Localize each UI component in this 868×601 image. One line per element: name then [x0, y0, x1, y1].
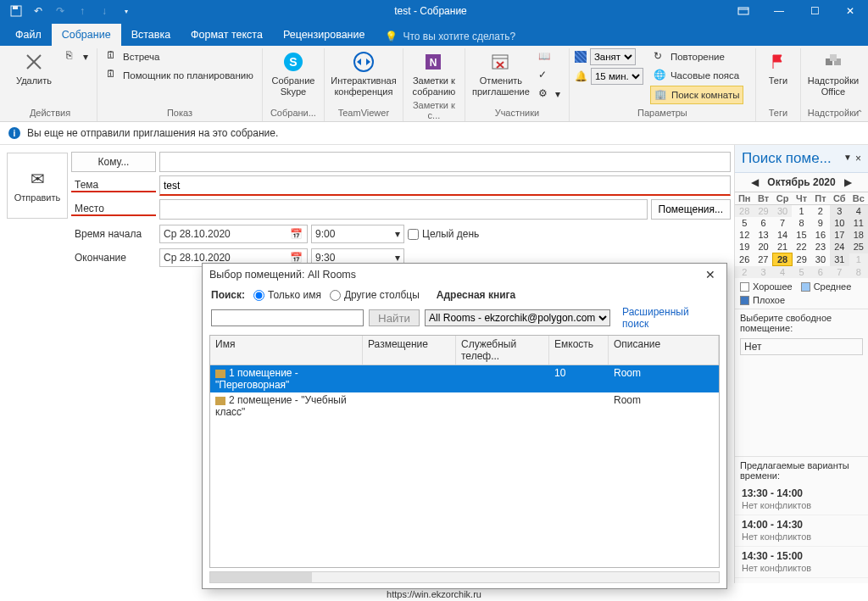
calendar-day[interactable]: 6: [811, 266, 830, 279]
col-capacity[interactable]: Емкость: [549, 336, 609, 364]
search-input[interactable]: [211, 309, 364, 326]
calendar-day[interactable]: 1: [849, 253, 868, 266]
send-button[interactable]: ✉ Отправить: [7, 153, 68, 219]
teamviewer-button[interactable]: Интерактивная конференция: [330, 48, 398, 98]
to-field[interactable]: [159, 152, 731, 172]
show-as-select[interactable]: Занят: [575, 48, 643, 65]
calendar-day[interactable]: 1: [792, 205, 810, 218]
calendar-picker-icon[interactable]: 📅: [288, 228, 303, 240]
actions-dropdown[interactable]: ⎘▾: [63, 48, 92, 65]
calendar-day[interactable]: 7: [773, 217, 792, 229]
down-icon[interactable]: ↓: [95, 2, 114, 20]
addins-button[interactable]: Надстройки Office: [806, 48, 860, 98]
calendar-day[interactable]: 13: [754, 229, 772, 241]
ribbon-opts-icon[interactable]: [726, 0, 761, 22]
calendar-day[interactable]: 24: [830, 241, 849, 253]
calendar-day[interactable]: 7: [830, 266, 849, 279]
horizontal-scrollbar[interactable]: [209, 571, 720, 583]
calendar-day[interactable]: 12: [735, 229, 754, 241]
redo-icon[interactable]: ↷: [51, 2, 70, 20]
undo-icon[interactable]: ↶: [29, 2, 47, 20]
minimize-icon[interactable]: —: [761, 0, 797, 22]
calendar-day[interactable]: 17: [830, 229, 849, 241]
calendar-day[interactable]: 9: [811, 217, 830, 229]
check-names-button[interactable]: ✓: [535, 67, 564, 84]
calendar-day[interactable]: 26: [735, 253, 754, 266]
calendar-day[interactable]: 19: [735, 241, 754, 253]
table-row[interactable]: 1 помещение - "Переговорная"10Room: [210, 365, 719, 392]
other-cols-radio[interactable]: Другие столбцы: [330, 289, 420, 301]
calendar-day[interactable]: 6: [754, 217, 772, 229]
to-button[interactable]: Кому...: [71, 152, 156, 172]
col-description[interactable]: Описание: [609, 336, 719, 364]
name-only-input[interactable]: [253, 290, 264, 301]
addressbook-button[interactable]: 📖: [535, 48, 564, 65]
allday-checkbox[interactable]: Целый день: [408, 228, 731, 240]
prev-month-icon[interactable]: ◀: [751, 176, 759, 188]
skype-button[interactable]: S Собрание Skype: [268, 48, 319, 98]
calendar-day[interactable]: 2: [735, 266, 754, 279]
table-row[interactable]: 2 помещение - "Учебный класс"Room: [210, 392, 719, 420]
calendar-day[interactable]: 22: [792, 241, 810, 253]
start-date-picker[interactable]: Ср 28.10.2020📅: [159, 225, 308, 243]
calendar-day[interactable]: 15: [792, 229, 810, 241]
calendar-day[interactable]: 27: [754, 253, 772, 266]
timezones-button[interactable]: 🌐Часовые пояса: [650, 67, 744, 84]
location-field[interactable]: [159, 199, 648, 220]
chevron-down-icon[interactable]: ▾: [395, 252, 400, 264]
tell-me-search[interactable]: 💡 Что вы хотите сделать?: [385, 31, 515, 46]
addressbook-select[interactable]: All Rooms - ekzorchik@polygon.com: [425, 309, 610, 326]
tab-insert[interactable]: Вставка: [121, 24, 181, 46]
start-time-picker[interactable]: 9:00▾: [311, 225, 404, 243]
roomfinder-button[interactable]: 🏢Поиск комнаты: [650, 86, 744, 104]
calendar-day[interactable]: 30: [811, 253, 830, 266]
recurrence-button[interactable]: ↻Повторение: [650, 48, 744, 65]
calendar-day[interactable]: 5: [735, 217, 754, 229]
find-button[interactable]: Найти: [369, 309, 420, 326]
subject-field[interactable]: [159, 175, 731, 196]
room-list[interactable]: Нет: [740, 338, 863, 355]
delete-button[interactable]: Удалить: [8, 48, 59, 88]
col-phone[interactable]: Служебный телеф...: [456, 336, 549, 364]
advanced-search-link[interactable]: Расширенный поиск: [622, 306, 718, 330]
calendar-picker-icon[interactable]: 📅: [288, 252, 303, 264]
calendar-day[interactable]: 29: [792, 253, 810, 266]
maximize-icon[interactable]: ☐: [797, 0, 832, 22]
calendar-day[interactable]: 21: [773, 241, 792, 253]
time-suggestion[interactable]: 14:30 - 15:00Нет конфликтов: [735, 547, 868, 578]
rooms-button[interactable]: Помещения...: [651, 199, 731, 220]
calendar-day[interactable]: 10: [830, 217, 849, 229]
chevron-down-icon[interactable]: ▾: [395, 228, 400, 240]
col-location[interactable]: Размещение: [363, 336, 456, 364]
calendar-day[interactable]: 5: [792, 266, 810, 279]
cancel-invite-button[interactable]: Отменить приглашение: [470, 48, 531, 98]
other-cols-input[interactable]: [330, 290, 341, 301]
onenote-button[interactable]: N Заметки к собранию: [409, 48, 459, 98]
up-icon[interactable]: ↑: [73, 2, 92, 20]
calendar-day[interactable]: 29: [754, 205, 772, 218]
scheduling-button[interactable]: 🗓Помощник по планированию: [103, 67, 257, 84]
calendar-day[interactable]: 8: [792, 217, 810, 229]
calendar-day[interactable]: 20: [754, 241, 772, 253]
response-opts-button[interactable]: ⚙▾: [535, 86, 564, 103]
calendar-day[interactable]: 3: [830, 205, 849, 218]
tab-meeting[interactable]: Собрание: [52, 24, 121, 46]
time-suggestion[interactable]: 13:30 - 14:00Нет конфликтов: [735, 484, 868, 515]
tab-format[interactable]: Формат текста: [181, 24, 273, 46]
close-window-icon[interactable]: ✕: [832, 0, 868, 22]
name-only-radio[interactable]: Только имя: [253, 289, 321, 301]
tab-review[interactable]: Рецензирование: [273, 24, 376, 46]
pane-close-icon[interactable]: ×: [855, 153, 861, 164]
reminder-select[interactable]: 🔔15 мин.: [575, 68, 643, 85]
next-month-icon[interactable]: ▶: [844, 176, 852, 188]
tab-file[interactable]: Файл: [5, 24, 52, 46]
calendar-day[interactable]: 30: [773, 205, 792, 218]
dialog-close-icon[interactable]: ✕: [701, 268, 720, 281]
calendar-day[interactable]: 4: [849, 205, 868, 218]
time-suggestion[interactable]: 14:00 - 14:30Нет конфликтов: [735, 515, 868, 547]
save-icon[interactable]: [7, 2, 25, 20]
calendar-day[interactable]: 3: [754, 266, 772, 279]
calendar-day[interactable]: 25: [849, 241, 868, 253]
allday-input[interactable]: [408, 229, 419, 240]
calendar-day[interactable]: 11: [849, 217, 868, 229]
